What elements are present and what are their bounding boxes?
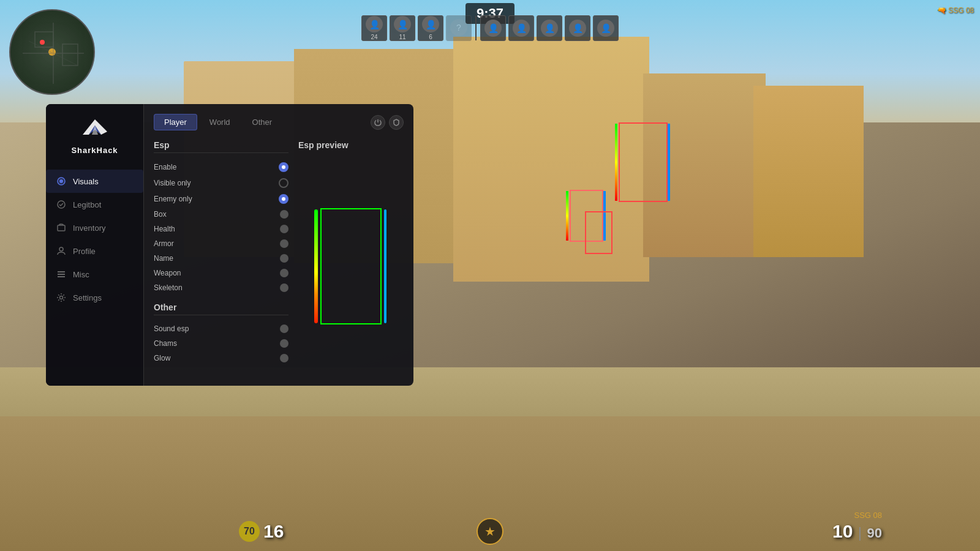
- player-icon-8: 👤: [565, 15, 590, 41]
- legitbot-icon: [56, 199, 67, 210]
- color-weapon[interactable]: [280, 269, 288, 277]
- color-sound-esp[interactable]: [280, 324, 288, 333]
- svg-point-6: [59, 179, 63, 183]
- controls-armor: [280, 239, 288, 248]
- ammo-current: 10: [832, 521, 853, 541]
- label-armor: Armor: [154, 239, 174, 248]
- divider: [475, 16, 477, 40]
- color-name[interactable]: [280, 254, 288, 263]
- radio-enable[interactable]: [279, 162, 288, 172]
- label-box: Box: [154, 210, 167, 219]
- player-icon-6: 👤: [508, 15, 534, 41]
- sidebar-label-profile: Profile: [73, 247, 96, 256]
- visuals-icon: [56, 176, 67, 187]
- player-icon-3: 👤 6: [418, 15, 443, 41]
- svg-point-9: [59, 247, 63, 251]
- logo-icon: [80, 116, 110, 141]
- tabs-bar: Player World Other: [154, 114, 404, 130]
- color-glow[interactable]: [280, 354, 288, 362]
- label-glow: Glow: [154, 354, 170, 362]
- avatar-9: 👤: [597, 20, 614, 37]
- player-scoreboard: 👤 24 👤 11 👤 6 ? 👤 👤 👤 👤 👤: [361, 15, 619, 41]
- esp-health-1: [615, 124, 617, 201]
- color-skeleton[interactable]: [280, 283, 288, 292]
- label-weapon: Weapon: [154, 269, 181, 277]
- power-button[interactable]: [371, 115, 385, 130]
- avatar-8: 👤: [569, 20, 586, 37]
- option-visible-only: Visible only: [154, 175, 288, 191]
- tab-other[interactable]: Other: [243, 114, 282, 130]
- main-content: Player World Other: [144, 104, 413, 386]
- sidebar-label-legitbot: Legitbot: [73, 200, 101, 209]
- avatar-1: 👤: [366, 16, 383, 32]
- player-icon-1: 👤 24: [361, 15, 387, 41]
- ammo-reserve: 90: [867, 525, 882, 541]
- radio-visible-only[interactable]: [279, 178, 288, 188]
- avatar-3: 👤: [422, 16, 439, 32]
- option-enable: Enable: [154, 159, 288, 175]
- sidebar-item-inventory[interactable]: Inventory: [46, 216, 143, 239]
- star-circle: ★: [477, 518, 503, 545]
- tab-world[interactable]: World: [200, 114, 240, 130]
- avatar-2: 👤: [394, 16, 411, 32]
- esp-armor-1: [668, 124, 670, 201]
- section-spacer-1: [154, 295, 288, 302]
- radio-enemy-only[interactable]: [279, 194, 288, 204]
- score-1: 24: [371, 34, 377, 40]
- color-health[interactable]: [280, 225, 288, 233]
- option-armor: Armor: [154, 236, 288, 251]
- top-right-text: 🔫 SSG 08: [937, 6, 974, 15]
- sidebar: SharkHack Visuals Legitbot: [46, 104, 144, 386]
- esp-options-panel: Esp Enable Visible only E: [154, 140, 288, 376]
- inventory-icon: [56, 222, 67, 233]
- color-chams[interactable]: [280, 339, 288, 348]
- logo-area: SharkHack: [71, 116, 118, 155]
- svg-point-13: [60, 296, 63, 299]
- hud-top: 9:37 👤 24 👤 11 👤 6 ? 👤 👤 👤 👤: [0, 0, 980, 61]
- option-box: Box: [154, 207, 288, 222]
- esp-preview-title: Esp preview: [298, 140, 404, 150]
- option-name: Name: [154, 251, 288, 266]
- esp-box-1: [619, 122, 668, 202]
- shield-button[interactable]: [389, 115, 404, 130]
- player-icon-5: 👤: [480, 15, 506, 41]
- controls-visible-only: [279, 178, 288, 188]
- sidebar-label-inventory: Inventory: [73, 223, 105, 233]
- esp-preview-box: [298, 156, 404, 376]
- sidebar-item-profile[interactable]: Profile: [46, 239, 143, 263]
- option-chams: Chams: [154, 336, 288, 351]
- controls-glow: [280, 354, 288, 362]
- score-3: 6: [429, 34, 432, 40]
- label-skeleton: Skeleton: [154, 283, 183, 292]
- sidebar-label-visuals: Visuals: [73, 177, 99, 186]
- option-enemy-only: Enemy only: [154, 191, 288, 207]
- color-box[interactable]: [280, 210, 288, 219]
- tab-player[interactable]: Player: [154, 114, 197, 130]
- sidebar-item-settings[interactable]: Settings: [46, 286, 143, 309]
- ammo-separator: |: [858, 524, 862, 541]
- top-right-hud: 🔫 SSG 08: [937, 6, 974, 15]
- sidebar-item-legitbot[interactable]: Legitbot: [46, 193, 143, 216]
- player-icon-4: ?: [446, 15, 472, 41]
- player-esp-box: [320, 208, 382, 324]
- option-sound-esp: Sound esp: [154, 321, 288, 336]
- player-icon-2: 👤 11: [390, 15, 415, 41]
- score-2: 11: [399, 34, 405, 40]
- esp-preview-area: Esp preview: [298, 140, 404, 376]
- svg-rect-10: [58, 274, 65, 275]
- profile-icon: [56, 246, 67, 257]
- option-health: Health: [154, 222, 288, 236]
- label-visible-only: Visible only: [154, 179, 190, 187]
- avatar-6: 👤: [513, 20, 530, 37]
- esp-health-bar-preview: [314, 209, 318, 323]
- sidebar-item-visuals[interactable]: Visuals: [46, 170, 143, 193]
- armor-value: 70: [244, 526, 255, 537]
- label-chams: Chams: [154, 339, 177, 348]
- player-icon-9: 👤: [593, 15, 619, 41]
- sidebar-label-settings: Settings: [73, 293, 102, 302]
- content-area: Esp Enable Visible only E: [154, 140, 404, 376]
- option-weapon: Weapon: [154, 266, 288, 280]
- sidebar-item-misc[interactable]: Misc: [46, 263, 143, 286]
- health-shield-icon: 70: [239, 521, 260, 542]
- color-armor[interactable]: [280, 239, 288, 248]
